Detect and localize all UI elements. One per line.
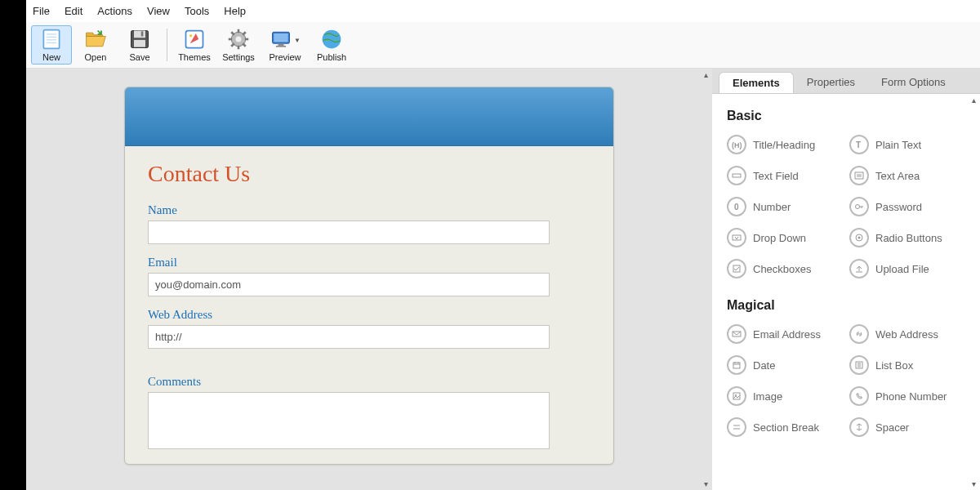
save-icon	[128, 28, 151, 51]
canvas-area: Contact Us Name Email Web Address Commen…	[26, 69, 712, 490]
canvas-scrollbar[interactable]: ▴ ▾	[699, 69, 712, 490]
comments-label: Comments	[148, 375, 590, 389]
svg-rect-0	[43, 30, 59, 49]
toolbar-settings-button[interactable]: Settings	[218, 25, 259, 65]
section-break-icon	[727, 417, 746, 437]
svg-rect-8	[134, 40, 145, 47]
toolbar-separator	[167, 29, 167, 61]
svg-rect-23	[278, 43, 284, 46]
password-icon	[849, 197, 869, 216]
toolbar-save-label: Save	[129, 52, 149, 62]
menu-view[interactable]: View	[147, 5, 170, 17]
spacer-icon	[849, 417, 869, 437]
form-canvas[interactable]: Contact Us Name Email Web Address Commen…	[124, 87, 614, 465]
element-label: Upload File	[875, 263, 929, 275]
number-icon: 0	[727, 197, 746, 216]
element-checkboxes[interactable]: Checkboxes	[727, 259, 843, 278]
toolbar-preview-button[interactable]: ▼ Preview	[262, 25, 308, 65]
open-icon	[84, 28, 107, 51]
menu-file[interactable]: File	[33, 5, 50, 17]
element-label: Section Break	[753, 421, 819, 434]
element-label: Spacer	[875, 421, 909, 434]
settings-icon	[227, 28, 250, 51]
element-image[interactable]: Image	[727, 386, 843, 406]
scroll-down-icon[interactable]: ▾	[704, 479, 708, 488]
element-section-break[interactable]: Section Break	[727, 417, 843, 437]
svg-point-10	[189, 34, 193, 38]
svg-text:T: T	[856, 140, 861, 149]
scroll-up-icon[interactable]: ▴	[972, 96, 976, 105]
email-icon	[727, 324, 746, 344]
app-window: File Edit Actions View Tools Help New Op…	[26, 0, 980, 490]
comments-textarea[interactable]	[148, 392, 550, 449]
form-title[interactable]: Contact Us	[148, 161, 590, 187]
svg-line-18	[243, 43, 246, 47]
name-input[interactable]	[148, 220, 550, 244]
dropdown-caret-icon[interactable]: ▼	[294, 37, 301, 44]
toolbar-new-button[interactable]: New	[31, 25, 72, 65]
web-address-label: Web Address	[148, 308, 590, 322]
workspace: Contact Us Name Email Web Address Commen…	[26, 69, 980, 490]
toolbar-open-label: Open	[85, 52, 107, 62]
element-label: Title/Heading	[753, 139, 815, 151]
element-text-field[interactable]: Text Field	[727, 166, 843, 185]
element-spacer[interactable]: Spacer	[849, 417, 965, 437]
element-label: Plain Text	[875, 139, 921, 151]
upload-icon	[849, 259, 869, 278]
element-label: Text Field	[753, 170, 799, 182]
element-radio-buttons[interactable]: Radio Buttons	[849, 228, 965, 247]
heading-icon: (H)	[727, 135, 746, 154]
scroll-up-icon[interactable]: ▴	[704, 70, 708, 79]
element-plain-text[interactable]: TPlain Text	[849, 135, 965, 154]
element-label: Password	[875, 201, 922, 213]
element-password[interactable]: Password	[849, 197, 965, 216]
toolbar-save-button[interactable]: Save	[119, 25, 160, 65]
phone-icon	[849, 386, 869, 406]
dropdown-icon	[727, 228, 746, 247]
toolbar: New Open Save Themes Settings ▼ Preview	[26, 22, 980, 69]
svg-text:(H): (H)	[732, 141, 742, 149]
menu-edit[interactable]: Edit	[65, 5, 82, 17]
element-date[interactable]: Date	[727, 355, 843, 375]
toolbar-themes-button[interactable]: Themes	[174, 25, 215, 65]
element-email-address[interactable]: Email Address	[727, 324, 843, 344]
svg-text:0: 0	[734, 203, 739, 212]
element-text-area[interactable]: Text Area	[849, 166, 965, 185]
listbox-icon	[849, 355, 869, 375]
svg-point-12	[236, 37, 242, 42]
element-label: Text Area	[875, 170, 920, 182]
svg-point-25	[323, 30, 341, 49]
tab-properties[interactable]: Properties	[794, 72, 868, 93]
toolbar-publish-label: Publish	[317, 52, 346, 62]
new-icon	[40, 28, 63, 51]
tab-form-options[interactable]: Form Options	[868, 72, 959, 93]
element-label: Email Address	[753, 328, 821, 341]
element-web-address[interactable]: Web Address	[849, 324, 965, 344]
element-label: Date	[753, 359, 775, 372]
element-upload-file[interactable]: Upload File	[849, 259, 965, 278]
menubar: File Edit Actions View Tools Help	[26, 0, 980, 22]
svg-rect-6	[134, 31, 145, 38]
menu-actions[interactable]: Actions	[97, 5, 132, 17]
toolbar-preview-label: Preview	[269, 52, 301, 62]
element-phone-number[interactable]: Phone Number	[849, 386, 965, 406]
element-list-box[interactable]: List Box	[849, 355, 965, 375]
scroll-down-icon[interactable]: ▾	[972, 479, 976, 488]
sidepanel-scrollbar[interactable]: ▴ ▾	[967, 94, 980, 490]
web-address-input[interactable]	[148, 325, 550, 349]
email-input[interactable]	[148, 273, 550, 296]
element-label: Phone Number	[875, 390, 947, 403]
element-drop-down[interactable]: Drop Down	[727, 228, 843, 247]
form-body: Contact Us Name Email Web Address Commen…	[125, 146, 613, 464]
tab-elements[interactable]: Elements	[719, 72, 794, 93]
element-label: Number	[753, 201, 791, 213]
toolbar-publish-button[interactable]: Publish	[311, 25, 352, 65]
svg-line-19	[231, 43, 234, 47]
element-number[interactable]: 0Number	[727, 197, 843, 216]
toolbar-new-label: New	[42, 52, 60, 62]
menu-help[interactable]: Help	[224, 5, 246, 17]
toolbar-open-button[interactable]: Open	[75, 25, 116, 65]
element-title-heading[interactable]: (H)Title/Heading	[727, 135, 843, 154]
form-header	[125, 87, 613, 146]
menu-tools[interactable]: Tools	[185, 5, 209, 17]
